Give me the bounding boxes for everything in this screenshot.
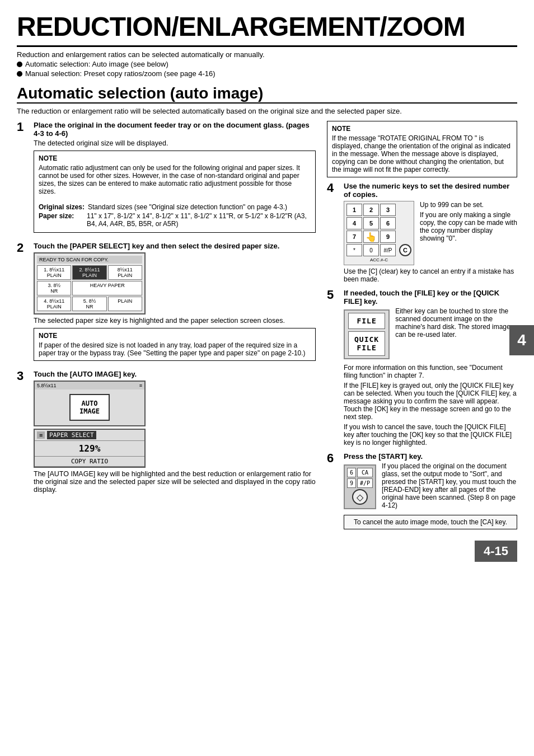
step-1: 1 Place the original in the document fee… (17, 121, 316, 236)
step-5-text1: Either key can be touched to store the s… (395, 307, 517, 339)
file-button[interactable]: FILE (348, 313, 385, 329)
step-1-note-text: Automatic ratio adjustment can only be u… (39, 164, 311, 195)
step-3-heading: Touch the [AUTO IMAGE] key. (34, 370, 316, 378)
ps-header: READY TO SCAN FOR COPY. (37, 256, 142, 264)
left-column: 1 Place the original in the document fee… (17, 121, 316, 535)
step-3-content: Touch the [AUTO IMAGE] key. 5.8½x11 ≡ AU… (34, 370, 316, 494)
file-buttons-display: FILE QUICK FILE (344, 309, 390, 359)
pr-value: 129% (79, 443, 101, 454)
intro-section: Reduction and enlargement ratios can be … (17, 50, 517, 79)
pr-ratio: COPY RATIO (71, 458, 108, 465)
page-number: 4-15 (475, 541, 517, 562)
key-clear[interactable]: C (399, 244, 411, 256)
ai-btn-line1: AUTO (79, 400, 100, 407)
sd-cell-hash: #/P (357, 478, 373, 488)
right-column: NOTE If the message "ROTATE ORIGINAL FRO… (327, 121, 517, 535)
bullet-2: Manual selection: Preset copy ratios/zoo… (25, 69, 216, 78)
paper-label: Paper size: (39, 212, 83, 228)
step-5-heading: If needed, touch the [FILE] key or the [… (344, 289, 517, 306)
bullet-icon-1 (17, 62, 22, 67)
acc-label: ACC.#-C (346, 257, 411, 262)
key-1[interactable]: 1 (346, 204, 362, 216)
orig-sizes-row: Original sizes: Standard sizes (see "Ori… (39, 203, 311, 211)
step-1-note: NOTE Automatic ratio adjustment can only… (34, 151, 316, 233)
bullet-1: Automatic selection: Auto image (see bel… (25, 60, 168, 68)
ps-cell-3: 8½x11PLAIN (108, 265, 142, 280)
bottom-bar: 4-15 (17, 541, 517, 562)
start-display: 6 CA 9 #/P ◇ (344, 464, 376, 509)
pr-row-3: COPY RATIO (35, 457, 144, 467)
key-4[interactable]: 4 (346, 217, 362, 229)
step-3-text: The [AUTO IMAGE] key will be highlighted… (34, 470, 316, 494)
step-2-note-text: If paper of the desired size is not load… (39, 341, 311, 357)
step-1-text: The detected original size will be displ… (34, 139, 316, 147)
step-5-body: FILE QUICK FILE Either key can be touche… (344, 307, 517, 361)
sd-cell-9: 9 (347, 478, 356, 488)
ps-cell-5: HEAVY PAPER (72, 281, 142, 295)
step-1-note-title: NOTE (39, 154, 311, 162)
paper-ratio-display: ≡ PAPER SELECT 129% COPY RATIO (34, 429, 146, 468)
key-star[interactable]: * (346, 244, 362, 256)
key-2[interactable]: 2 (363, 204, 379, 216)
right-note: NOTE If the message "ROTATE ORIGINAL FRO… (327, 121, 517, 177)
key-finger: 👆 (363, 231, 379, 243)
step-4-text-block: Up to 999 can be set. If you are only ma… (420, 201, 517, 242)
key-9[interactable]: 9 (380, 231, 396, 243)
ps-cell-2[interactable]: 2. 8½x11PLAIN (72, 265, 106, 280)
step-2: 2 Touch the [PAPER SELECT] key and then … (17, 242, 316, 364)
key-6[interactable]: 6 (380, 217, 396, 229)
quick-file-button[interactable]: QUICK FILE (348, 331, 385, 356)
step-4-heading: Use the numeric keys to set the desired … (344, 182, 517, 199)
step-4: 4 Use the numeric keys to set the desire… (327, 182, 517, 283)
step-2-heading: Touch the [PAPER SELECT] key and then se… (34, 242, 316, 250)
orig-value: Standard sizes (see "Original size detec… (88, 203, 287, 211)
step-5: 5 If needed, touch the [FILE] key or the… (327, 289, 517, 447)
step-3-number: 3 (17, 370, 29, 494)
key-7[interactable]: 7 (346, 231, 362, 243)
pr-row-2: 129% (35, 441, 144, 457)
auto-image-button[interactable]: AUTO IMAGE (69, 394, 110, 421)
pr-icon: ≡ (37, 431, 45, 439)
key-3[interactable]: 3 (380, 204, 396, 216)
step-1-heading: Place the original in the document feede… (34, 121, 316, 138)
keypad-wrap: 1 2 3 4 5 6 7 👆 9 * 0 (344, 201, 517, 265)
step-2-note: NOTE If paper of the desired size is not… (34, 328, 316, 361)
start-key[interactable]: ◇ (352, 489, 368, 505)
sd-cell-6: 6 (347, 468, 356, 477)
step-6-para: If you placed the original on the docume… (382, 462, 517, 509)
ai-top: 5.8½x11 ≡ (35, 382, 144, 389)
step-2-number: 2 (17, 242, 29, 364)
right-note-text: If the message "ROTATE ORIGINAL FROM TO … (332, 134, 512, 173)
numeric-keypad: 1 2 3 4 5 6 7 👆 9 * 0 (344, 201, 414, 265)
orig-label: Original sizes: (39, 203, 85, 211)
right-note-title: NOTE (332, 125, 512, 133)
step-6-text: If you placed the original on the docume… (382, 462, 517, 509)
sd-cell-ca: CA (357, 468, 373, 477)
key-0[interactable]: 0 (363, 244, 379, 256)
ps-cell-8: PLAIN (108, 297, 142, 311)
step-6-content: Press the [START] key. 6 CA 9 #/P ◇ (344, 452, 517, 529)
step-5-para4: If you wish to cancel the save, touch th… (344, 423, 517, 447)
ai-icon: ≡ (139, 383, 142, 388)
key-5[interactable]: 5 (363, 217, 379, 229)
sd-grid: 6 CA 9 #/P (347, 468, 373, 488)
auto-section-description: The reduction or enlargement ratio will … (17, 107, 517, 115)
step-6-body: 6 CA 9 #/P ◇ If you placed the original … (344, 462, 517, 511)
key-hash[interactable]: #/P (380, 244, 396, 256)
step-5-para1: Either key can be touched to store the s… (395, 307, 517, 339)
start-symbol: ◇ (357, 492, 363, 503)
step-2-note-title: NOTE (39, 332, 311, 340)
step-4-content: Use the numeric keys to set the desired … (344, 182, 517, 283)
auto-image-display: 5.8½x11 ≡ AUTO IMAGE (34, 381, 146, 426)
ps-grid: 1. 8½x11PLAIN 2. 8½x11PLAIN 8½x11PLAIN 3… (37, 265, 142, 311)
bullet-icon-2 (17, 71, 22, 77)
step-4-text2: If you are only making a single copy, th… (420, 211, 517, 242)
ai-size: 5.8½x11 (37, 383, 57, 388)
step-2-text: The selected paper size key is highlight… (34, 317, 316, 325)
step-1-content: Place the original in the document feede… (34, 121, 316, 236)
step-5-para2: For more information on this function, s… (344, 364, 517, 379)
step-5-content: If needed, touch the [FILE] key or the [… (344, 289, 517, 447)
ai-body: AUTO IMAGE (35, 389, 144, 425)
step-6-number: 6 (327, 452, 339, 529)
step-6-heading: Press the [START] key. (344, 452, 517, 461)
